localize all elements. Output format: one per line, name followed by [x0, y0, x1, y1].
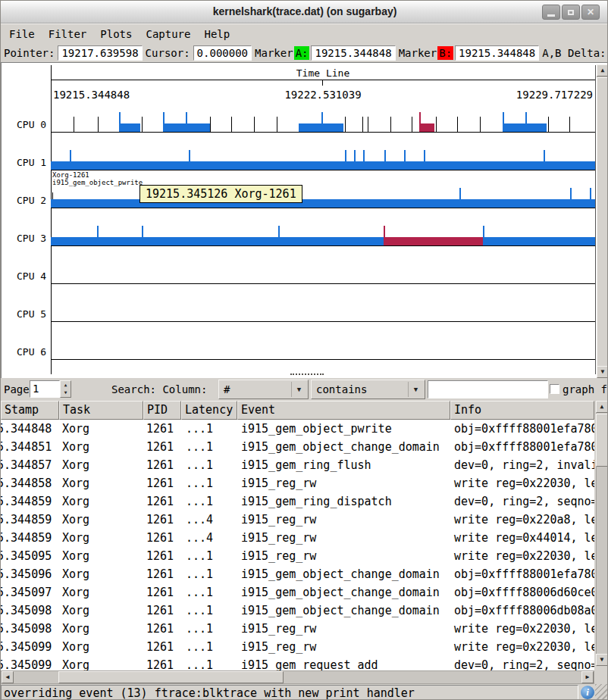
scroll-up-icon[interactable]: ▲ [596, 401, 608, 413]
timeline-vscroll-thumb[interactable] [597, 77, 608, 367]
event-table[interactable]: 5.344848Xorg1261...1i915_gem_object_pwri… [1, 420, 594, 670]
cell-event: i915_gem_ring_flush [241, 458, 371, 472]
cell-pid: 1261 [146, 622, 174, 636]
table-hscrollbar[interactable]: ◀ ▶ [1, 670, 594, 684]
table-row[interactable]: 5.344859Xorg1261...1i915_gem_ring_dispat… [1, 492, 594, 511]
cell-task: Xorg [62, 640, 89, 654]
timeline-title: Time Line [51, 67, 595, 79]
search-column-label: Search: Column: [111, 383, 207, 395]
table-row[interactable]: 5.345097Xorg1261...1i915_gem_object_chan… [1, 583, 594, 602]
cell-task: Xorg [62, 549, 89, 563]
column-header-stamp[interactable]: Stamp [1, 401, 59, 420]
close-button[interactable]: ✕ [581, 5, 600, 20]
event-tick [119, 112, 121, 132]
table-row[interactable]: 5.345099Xorg1261...1i915_reg_rwwrite reg… [1, 638, 594, 656]
marker-b-badge: B: [437, 46, 453, 60]
cell-stamp: 5.345097 [1, 586, 52, 599]
busy-bar[interactable] [384, 237, 483, 245]
column-header-pid[interactable]: PID [143, 401, 181, 420]
delta-label: A,B Delta: [542, 47, 606, 59]
page-spinbox[interactable]: 1 [30, 380, 60, 398]
pointer-value: 19217.639598 [58, 45, 142, 61]
idle-tick [480, 117, 481, 132]
scroll-down-icon[interactable]: ▼ [597, 366, 608, 378]
scroll-left-icon[interactable]: ◀ [2, 671, 14, 683]
table-row[interactable]: 5.344859Xorg1261...4i915_reg_rwwrite reg… [1, 529, 594, 547]
cpu-label-6: CPU 6 [17, 346, 46, 358]
cell-info: obj=0xffff88001efa780 [454, 567, 594, 581]
info-icon[interactable]: i [581, 686, 594, 699]
busy-event-tick [419, 112, 421, 132]
cursor-value: 0.000000 [193, 45, 252, 61]
status-message: overriding event (13) ftrace:blktrace wi… [1, 685, 578, 700]
cell-latency: ...1 [186, 586, 213, 599]
task-bar[interactable] [51, 237, 384, 245]
menu-help[interactable]: Help [197, 26, 237, 42]
graph-follows-checkbox[interactable] [550, 384, 559, 394]
column-header-info[interactable]: Info [450, 401, 594, 420]
event-tick [424, 150, 425, 170]
match-dropdown[interactable]: contains ▼ [311, 380, 425, 399]
timeline-pane[interactable]: Time Line 19215.344848 19222.531039 1922… [1, 62, 608, 378]
table-row[interactable]: 5.345099Xorg1261...1i915_gem_request_add… [1, 656, 594, 670]
cell-event: i915_reg_rw [241, 640, 316, 654]
minimize-button[interactable] [542, 5, 560, 20]
timeline-vscrollbar[interactable]: ▲ ▼ [597, 64, 608, 378]
cell-event: i915_reg_rw [241, 531, 316, 545]
table-row[interactable]: 5.345095Xorg1261...1i915_reg_rwwrite reg… [1, 547, 594, 565]
event-tick [345, 150, 346, 170]
table-row[interactable]: 5.345098Xorg1261...1i915_reg_rwwrite reg… [1, 620, 594, 638]
table-row[interactable]: 5.345096Xorg1261...1i915_gem_object_chan… [1, 565, 594, 583]
time-label-center: 19222.531039 [51, 89, 595, 101]
menu-capture[interactable]: Capture [139, 26, 197, 42]
cell-latency: ...1 [186, 622, 213, 636]
task-bar[interactable] [503, 123, 547, 132]
event-tick [503, 112, 504, 132]
timeline-ruler-tick [322, 80, 323, 86]
busy-bar[interactable] [419, 123, 434, 132]
cpu-baseline-2 [51, 208, 595, 208]
maximize-button[interactable] [562, 5, 580, 20]
cell-stamp: 5.344858 [1, 477, 52, 490]
scroll-up-icon[interactable]: ▲ [597, 64, 608, 77]
task-bar[interactable] [119, 123, 140, 132]
cell-latency: ...1 [186, 458, 213, 472]
resize-grip[interactable] [595, 684, 608, 700]
column-header-task[interactable]: Task [59, 401, 143, 420]
task-bar[interactable] [51, 199, 595, 208]
cell-task: Xorg [62, 604, 89, 617]
cell-latency: ...1 [186, 604, 213, 617]
column-header-event[interactable]: Event [237, 401, 450, 420]
table-hscroll-thumb[interactable] [58, 671, 284, 683]
table-row[interactable]: 5.344857Xorg1261...1i915_gem_ring_flushd… [1, 456, 594, 474]
titlebar[interactable]: kernelshark(trace.dat) (on sugarbay) ✕ [1, 1, 608, 23]
table-vscrollbar[interactable]: ▲ ▼ [596, 401, 608, 666]
scroll-down-icon[interactable]: ▼ [596, 654, 608, 666]
table-row[interactable]: 5.344859Xorg1261...4i915_reg_rwwrite reg… [1, 511, 594, 529]
event-tick [142, 226, 143, 245]
pointer-label: Pointer: [4, 47, 55, 59]
pane-resize-handle[interactable] [290, 373, 324, 375]
cell-task: Xorg [62, 567, 89, 581]
menu-file[interactable]: File [2, 26, 42, 42]
cell-info: dev=0, ring=2, seqno= [454, 658, 594, 670]
task-bar[interactable] [51, 161, 595, 170]
column-header-latency[interactable]: Latency [181, 401, 237, 420]
table-row[interactable]: 5.345098Xorg1261...1i915_gem_object_chan… [1, 602, 594, 620]
table-row[interactable]: 5.344858Xorg1261...1i915_reg_rwwrite reg… [1, 474, 594, 492]
cell-pid: 1261 [146, 477, 174, 490]
task-bar[interactable] [483, 237, 595, 245]
search-input[interactable] [428, 380, 548, 398]
table-vscroll-thumb[interactable] [596, 414, 608, 467]
menu-filter[interactable]: Filter [42, 26, 94, 42]
chevron-down-icon: ▼ [291, 382, 306, 397]
table-row[interactable]: 5.344851Xorg1261...1i915_gem_object_chan… [1, 438, 594, 456]
cell-event: i915_reg_rw [241, 513, 316, 527]
table-row[interactable]: 5.344848Xorg1261...1i915_gem_object_pwri… [1, 420, 594, 438]
plot-left-border [51, 65, 52, 374]
event-tick [363, 150, 365, 170]
page-spin-buttons[interactable]: ▲▼ [60, 380, 71, 398]
menu-plots[interactable]: Plots [93, 26, 139, 42]
column-dropdown[interactable]: # ▼ [218, 380, 309, 399]
scroll-right-icon[interactable]: ▶ [581, 671, 594, 683]
